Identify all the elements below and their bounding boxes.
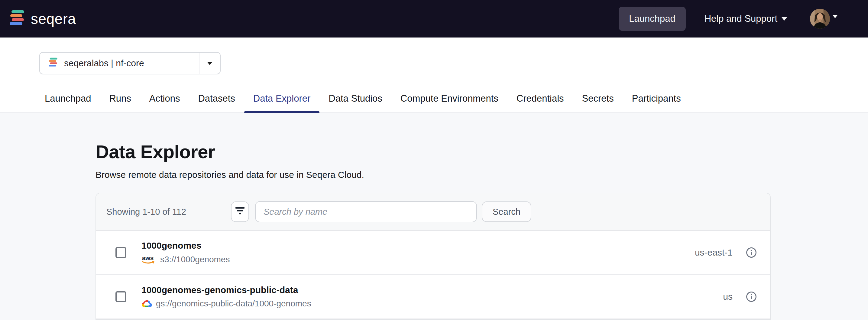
row-checkbox[interactable]: [116, 247, 126, 258]
bucket-uri: s3://1000genomes: [160, 255, 230, 264]
panel-toolbar: Showing 1-10 of 112 Search: [96, 193, 770, 231]
filter-button[interactable]: [231, 201, 249, 222]
app-root: seqera Launchpad Help and Support: [0, 0, 868, 320]
page-title: Data Explorer: [95, 141, 868, 163]
tab-secrets[interactable]: Secrets: [573, 93, 623, 112]
tab-actions[interactable]: Actions: [140, 93, 189, 112]
showing-count: Showing 1-10 of 112: [106, 207, 231, 217]
seqera-logo-icon: [9, 9, 25, 28]
filter-icon: [235, 207, 245, 217]
chevron-down-icon: [832, 15, 838, 18]
region-label: us-east-1: [695, 248, 733, 258]
workspace-logo-icon: [49, 57, 58, 69]
svg-text:aws: aws: [142, 254, 154, 261]
brand-name: seqera: [31, 10, 76, 27]
tab-launchpad[interactable]: Launchpad: [36, 93, 100, 112]
workspace-tabs: Launchpad Runs Actions Datasets Data Exp…: [0, 93, 868, 113]
workspace-name: seqeralabs | nf-core: [64, 58, 144, 68]
page-subtitle: Browse remote data repositories and data…: [95, 170, 868, 180]
data-explorer-panel: Showing 1-10 of 112 Search: [95, 193, 771, 320]
row-checkbox[interactable]: [116, 291, 126, 302]
workspace-selector[interactable]: seqeralabs | nf-core: [39, 52, 221, 75]
tab-compute-environments[interactable]: Compute Environments: [392, 93, 507, 112]
search-input[interactable]: [255, 201, 477, 222]
avatar: [810, 9, 830, 29]
main-content: Data Explorer Browse remote data reposit…: [0, 141, 868, 320]
tab-datasets[interactable]: Datasets: [189, 93, 244, 112]
top-navbar: seqera Launchpad Help and Support: [0, 0, 868, 37]
launchpad-button[interactable]: Launchpad: [619, 7, 685, 31]
bucket-name[interactable]: 1000genomes: [142, 240, 695, 251]
seqera-logo[interactable]: seqera: [9, 9, 76, 28]
chevron-down-icon: [207, 62, 213, 65]
bucket-name[interactable]: 1000genomes-genomics-public-data: [142, 285, 723, 295]
tab-runs[interactable]: Runs: [100, 93, 140, 112]
tab-credentials[interactable]: Credentials: [507, 93, 573, 112]
tab-data-explorer[interactable]: Data Explorer: [244, 93, 320, 112]
workspace-dropdown-toggle[interactable]: [199, 53, 220, 74]
table-row[interactable]: 1000genomes-genomics-public-data: [96, 275, 770, 319]
region-label: us: [723, 292, 733, 302]
help-menu-label: Help and Support: [705, 13, 777, 24]
help-and-support-menu[interactable]: Help and Support: [705, 13, 787, 24]
workspace-header: seqeralabs | nf-core Launchpad Runs Acti…: [0, 37, 868, 113]
tab-data-studios[interactable]: Data Studios: [319, 93, 392, 112]
info-icon[interactable]: [733, 291, 770, 302]
google-cloud-icon: [142, 299, 152, 308]
bucket-uri: gs://genomics-public-data/1000-genomes: [156, 299, 311, 309]
user-avatar-menu[interactable]: [810, 9, 838, 29]
search-button[interactable]: Search: [482, 201, 531, 222]
info-icon[interactable]: [733, 247, 770, 258]
aws-icon: aws: [142, 254, 157, 265]
table-row[interactable]: 1000genomes aws s3://1000genomes us-east…: [96, 231, 770, 275]
chevron-down-icon: [781, 17, 787, 21]
tab-participants[interactable]: Participants: [623, 93, 690, 112]
